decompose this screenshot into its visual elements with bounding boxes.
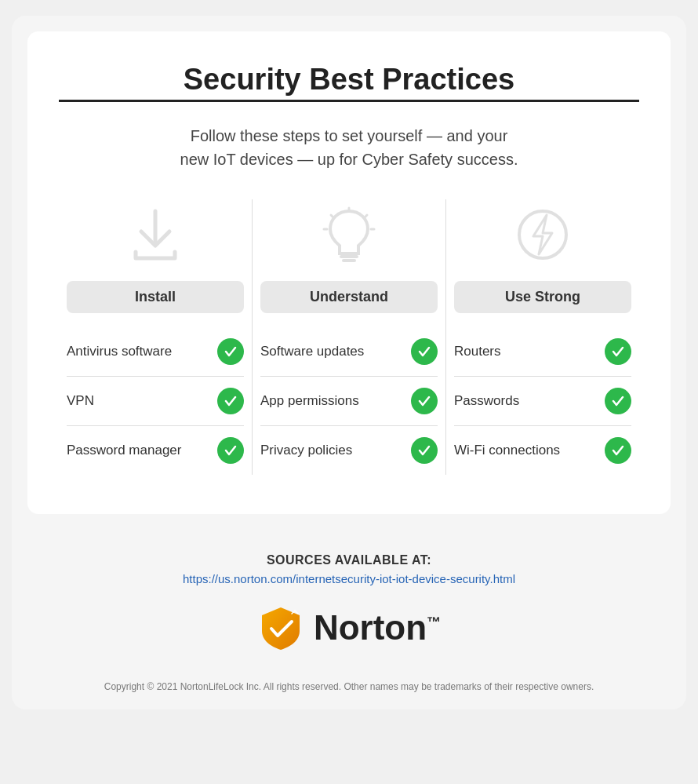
list-item: Password manager [67,426,244,475]
lightbulb-icon [318,203,380,266]
list-item: Software updates [260,327,438,377]
understand-icon-area [260,199,438,270]
columns-container: Install Antivirus software VPN Password … [59,199,639,475]
use-strong-header: Use Strong [454,281,631,313]
item-label: Wi-Fi connections [454,442,597,459]
item-label: VPN [67,392,209,410]
sources-link[interactable]: https://us.norton.com/internetsecurity-i… [27,572,671,585]
list-item: VPN [67,377,244,426]
main-card: Security Best Practices Follow these ste… [27,31,671,514]
item-label: Privacy policies [260,442,403,459]
check-icon [605,388,631,414]
check-icon [605,338,631,365]
list-item: Routers [454,327,631,377]
install-header: Install [67,281,244,313]
item-label: Routers [454,343,597,360]
column-use-strong: Use Strong Routers Passwords Wi-Fi conne… [446,199,639,475]
understand-header: Understand [260,281,438,313]
item-label: Antivirus software [67,343,209,360]
norton-shield-icon [257,604,304,651]
check-icon [217,338,244,365]
norton-name: Norton™ [314,608,441,647]
norton-brand-text: Norton™ [314,608,441,647]
sources-label: SOURCES AVAILABLE AT: [27,553,671,567]
copyright-text: Copyright © 2021 NortonLifeLock Inc. All… [12,667,686,709]
column-understand: Understand Software updates App permissi… [253,199,446,475]
svg-point-7 [519,211,566,258]
use-strong-icon-area [454,199,631,270]
lightning-icon [511,203,574,266]
column-install: Install Antivirus software VPN Password … [59,199,253,475]
check-icon [217,388,244,414]
list-item: Wi-Fi connections [454,426,631,475]
list-item: App permissions [260,377,438,426]
item-label: Software updates [260,343,403,360]
download-icon [124,203,187,266]
item-label: App permissions [260,392,403,410]
check-icon [605,437,631,464]
svg-line-4 [365,215,367,217]
install-icon-area [67,199,244,270]
footer-section: SOURCES AVAILABLE AT: https://us.norton.… [12,530,686,667]
list-item: Passwords [454,377,631,426]
list-item: Antivirus software [67,327,244,377]
item-label: Passwords [454,392,597,410]
check-icon [411,388,438,414]
check-icon [411,437,438,464]
page: Security Best Practices Follow these ste… [12,16,686,709]
svg-line-3 [331,215,333,217]
list-item: Privacy policies [260,426,438,475]
norton-logo: Norton™ [27,604,671,651]
page-subtitle: Follow these steps to set yourself — and… [59,124,639,171]
page-title: Security Best Practices [59,63,639,102]
item-label: Password manager [67,442,209,459]
check-icon [217,437,244,464]
check-icon [411,338,438,365]
